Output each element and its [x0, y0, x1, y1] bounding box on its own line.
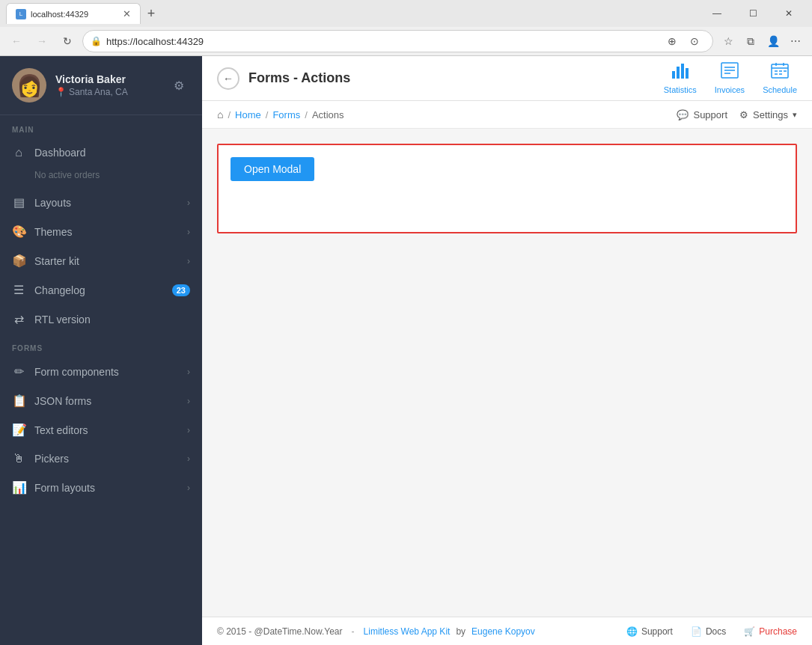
top-bar-left: ← Forms - Actions [217, 67, 652, 90]
changelog-icon: ☰ [12, 283, 25, 297]
menu-icon[interactable]: ⋯ [785, 31, 806, 52]
browser-addressbar: ← → ↻ 🔒 ⊕ ⊙ ☆ ⧉ 👤 ⋯ [0, 27, 812, 55]
dashboard-icon: ⌂ [12, 146, 25, 159]
chevron-right-icon: › [187, 198, 190, 208]
sidebar-item-rtl[interactable]: ⇄ RTL version [0, 305, 202, 334]
back-arrow-icon: ← [223, 73, 233, 85]
globe-icon: 🌐 [626, 626, 638, 637]
refresh-button[interactable]: ↻ [57, 31, 78, 52]
schedule-action[interactable]: Schedule [763, 62, 797, 94]
browser-tab[interactable]: L localhost:44329 ✕ [6, 3, 141, 24]
sidebar-user: 👩 Victoria Baker 📍 Santa Ana, CA ⚙ [0, 56, 202, 115]
sidebar-item-label: Text editors [34, 424, 178, 436]
form-layouts-icon: 📊 [12, 480, 25, 495]
user-settings-button[interactable]: ⚙ [168, 74, 190, 97]
breadcrumb-forms-link[interactable]: Forms [272, 109, 300, 120]
breadcrumb-right: 💬 Support ⚙ Settings ▾ [677, 109, 797, 120]
sidebar-item-label: JSON forms [34, 395, 178, 407]
location-pin-icon: 📍 [55, 87, 67, 97]
breadcrumb-separator: / [228, 109, 231, 120]
invoices-label: Invoices [715, 85, 745, 94]
sidebar-item-label: Form components [34, 366, 178, 378]
schedule-icon [771, 62, 789, 83]
breadcrumb-home-link[interactable]: Home [235, 109, 261, 120]
address-bar-actions: ⊕ ⊙ [662, 31, 705, 52]
maximize-button[interactable]: ☐ [736, 1, 770, 25]
favorite-icon[interactable]: ☆ [718, 31, 739, 52]
statistics-label: Statistics [664, 85, 697, 94]
add-bookmark-icon[interactable]: ⊕ [662, 31, 683, 52]
content-area: Open Modal [202, 129, 812, 617]
breadcrumb-separator: / [266, 109, 269, 120]
sidebar-item-label: Layouts [34, 197, 178, 209]
sidebar-item-label: RTL version [34, 314, 190, 325]
close-button[interactable]: ✕ [772, 1, 806, 25]
sidebar-item-changelog[interactable]: ☰ Changelog 23 [0, 275, 202, 305]
top-bar: ← Forms - Actions Statistics [202, 56, 812, 101]
sidebar-item-form-components[interactable]: ✏ Form components › [0, 357, 202, 386]
changelog-badge: 23 [172, 284, 190, 296]
footer-support-button[interactable]: 🌐 Support [626, 626, 673, 637]
sidebar-main-label: MAIN [0, 115, 202, 138]
top-bar-actions: Statistics Invoices [664, 62, 797, 94]
sidebar-item-label: Changelog [34, 284, 163, 296]
json-forms-icon: 📋 [12, 394, 25, 408]
sidebar-item-themes[interactable]: 🎨 Themes › [0, 217, 202, 246]
svg-rect-3 [686, 68, 689, 79]
reader-mode-icon[interactable]: ⊙ [684, 31, 705, 52]
footer-purchase-button[interactable]: 🛒 Purchase [744, 626, 797, 637]
minimize-button[interactable]: — [700, 1, 734, 25]
back-nav-button[interactable]: ← [6, 31, 27, 52]
support-button[interactable]: 💬 Support [677, 109, 727, 120]
svg-rect-1 [677, 67, 680, 79]
sidebar-item-label: Starter kit [34, 255, 178, 267]
chevron-right-icon: › [187, 256, 190, 266]
browser-tabs: L localhost:44329 ✕ + [6, 3, 700, 24]
statistics-action[interactable]: Statistics [664, 62, 697, 94]
address-bar[interactable]: 🔒 ⊕ ⊙ [82, 30, 713, 52]
chevron-right-icon: › [187, 227, 190, 237]
chevron-right-icon: › [187, 483, 190, 493]
chevron-right-icon: › [187, 367, 190, 377]
tab-close-icon[interactable]: ✕ [123, 9, 131, 19]
sidebar-item-label: Pickers [34, 453, 178, 465]
invoices-icon [721, 62, 739, 83]
url-input[interactable] [106, 36, 657, 47]
chevron-right-icon: › [187, 425, 190, 435]
sidebar-item-starter-kit[interactable]: 📦 Starter kit › [0, 246, 202, 275]
text-editors-icon: 📝 [12, 423, 25, 437]
sidebar-item-label: Themes [34, 226, 178, 238]
sidebar-item-layouts[interactable]: ▤ Layouts › [0, 188, 202, 217]
docs-icon: 📄 [691, 626, 702, 637]
settings-button[interactable]: ⚙ Settings ▾ [739, 109, 797, 120]
browser-titlebar: L localhost:44329 ✕ + — ☐ ✕ [0, 0, 812, 27]
sidebar: 👩 Victoria Baker 📍 Santa Ana, CA ⚙ MAIN … [0, 56, 202, 645]
sidebar-item-form-layouts[interactable]: 📊 Form layouts › [0, 473, 202, 502]
home-icon[interactable]: ⌂ [217, 108, 223, 120]
browser-menu-actions: ☆ ⧉ 👤 ⋯ [718, 31, 806, 52]
dashboard-subtitle: No active orders [34, 170, 100, 180]
footer-purchase-label: Purchase [759, 626, 797, 637]
user-info: Victoria Baker 📍 Santa Ana, CA [55, 73, 159, 97]
sidebar-item-pickers[interactable]: 🖱 Pickers › [0, 444, 202, 473]
sidebar-item-dashboard[interactable]: ⌂ Dashboard No active orders [0, 138, 202, 188]
open-modal-button[interactable]: Open Modal [231, 157, 314, 181]
forward-nav-button[interactable]: → [31, 31, 52, 52]
svg-rect-2 [681, 64, 684, 79]
support-icon: 💬 [677, 109, 689, 120]
new-tab-button[interactable]: + [141, 3, 162, 24]
author-link[interactable]: Eugene Kopyov [471, 626, 535, 637]
footer-docs-button[interactable]: 📄 Docs [691, 626, 726, 637]
kit-link[interactable]: Limitless Web App Kit [364, 626, 451, 637]
sidebar-item-text-editors[interactable]: 📝 Text editors › [0, 415, 202, 444]
profile-icon[interactable]: 👤 [763, 31, 784, 52]
back-button[interactable]: ← [217, 67, 239, 90]
sidebar-item-json-forms[interactable]: 📋 JSON forms › [0, 386, 202, 415]
cart-icon: 🛒 [744, 626, 755, 637]
tab-title: localhost:44329 [31, 10, 118, 19]
collections-icon[interactable]: ⧉ [740, 31, 761, 52]
avatar: 👩 [12, 68, 46, 103]
window-controls: — ☐ ✕ [700, 1, 806, 25]
invoices-action[interactable]: Invoices [715, 62, 745, 94]
sidebar-item-label: Form layouts [34, 482, 178, 494]
